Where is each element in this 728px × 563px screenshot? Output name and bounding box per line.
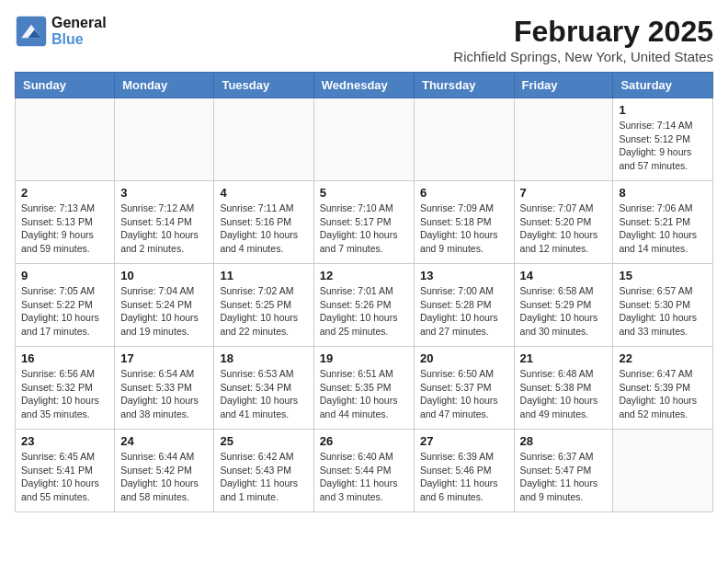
day-info: Sunrise: 7:01 AM Sunset: 5:26 PM Dayligh… — [320, 284, 408, 339]
week-row-1: 1Sunrise: 7:14 AM Sunset: 5:12 PM Daylig… — [16, 98, 713, 181]
day-number: 14 — [520, 269, 608, 282]
day-number: 27 — [420, 434, 508, 448]
calendar-cell: 8Sunrise: 7:06 AM Sunset: 5:21 PM Daylig… — [613, 181, 713, 264]
day-info: Sunrise: 6:44 AM Sunset: 5:42 PM Dayligh… — [120, 450, 208, 504]
day-info: Sunrise: 7:04 AM Sunset: 5:24 PM Dayligh… — [120, 284, 208, 339]
logo-text: General Blue — [51, 15, 107, 48]
day-number: 3 — [120, 186, 208, 200]
day-info: Sunrise: 6:40 AM Sunset: 5:44 PM Dayligh… — [320, 450, 408, 504]
day-info: Sunrise: 6:50 AM Sunset: 5:37 PM Dayligh… — [420, 367, 508, 421]
calendar-cell — [414, 98, 514, 181]
calendar-cell — [313, 98, 414, 181]
day-number: 2 — [21, 186, 108, 200]
calendar-cell — [16, 98, 115, 181]
day-number: 19 — [320, 351, 408, 365]
day-number: 10 — [120, 269, 208, 282]
header-thursday: Thursday — [414, 73, 514, 98]
header-saturday: Saturday — [613, 73, 713, 98]
calendar-cell: 14Sunrise: 6:58 AM Sunset: 5:29 PM Dayli… — [514, 264, 613, 347]
day-info: Sunrise: 7:12 AM Sunset: 5:14 PM Dayligh… — [120, 201, 208, 256]
day-number: 1 — [619, 103, 707, 117]
day-number: 21 — [520, 351, 608, 365]
calendar-cell: 5Sunrise: 7:10 AM Sunset: 5:17 PM Daylig… — [313, 181, 414, 264]
day-info: Sunrise: 6:56 AM Sunset: 5:32 PM Dayligh… — [21, 367, 108, 421]
day-info: Sunrise: 6:45 AM Sunset: 5:41 PM Dayligh… — [21, 450, 108, 504]
calendar-cell: 16Sunrise: 6:56 AM Sunset: 5:32 PM Dayli… — [16, 347, 115, 430]
calendar-cell: 20Sunrise: 6:50 AM Sunset: 5:37 PM Dayli… — [414, 347, 514, 430]
calendar-table: SundayMondayTuesdayWednesdayThursdayFrid… — [15, 72, 713, 512]
calendar-cell — [514, 98, 613, 181]
day-info: Sunrise: 6:39 AM Sunset: 5:46 PM Dayligh… — [420, 450, 508, 504]
day-number: 20 — [420, 351, 508, 365]
calendar-cell: 4Sunrise: 7:11 AM Sunset: 5:16 PM Daylig… — [214, 181, 313, 264]
calendar-cell: 28Sunrise: 6:37 AM Sunset: 5:47 PM Dayli… — [514, 430, 613, 512]
month-title: February 2025 — [453, 15, 713, 49]
calendar-cell: 22Sunrise: 6:47 AM Sunset: 5:39 PM Dayli… — [613, 347, 713, 430]
calendar-cell: 11Sunrise: 7:02 AM Sunset: 5:25 PM Dayli… — [214, 264, 313, 347]
day-info: Sunrise: 6:58 AM Sunset: 5:29 PM Dayligh… — [520, 284, 608, 339]
day-info: Sunrise: 7:02 AM Sunset: 5:25 PM Dayligh… — [220, 284, 307, 339]
day-info: Sunrise: 7:06 AM Sunset: 5:21 PM Dayligh… — [619, 201, 707, 256]
calendar-cell: 2Sunrise: 7:13 AM Sunset: 5:13 PM Daylig… — [16, 181, 115, 264]
day-number: 6 — [420, 186, 508, 200]
day-number: 18 — [220, 351, 307, 365]
header-friday: Friday — [514, 73, 613, 98]
day-info: Sunrise: 6:53 AM Sunset: 5:34 PM Dayligh… — [220, 367, 307, 421]
header-sunday: Sunday — [16, 73, 115, 98]
week-row-2: 2Sunrise: 7:13 AM Sunset: 5:13 PM Daylig… — [16, 181, 713, 264]
day-number: 25 — [220, 434, 307, 448]
calendar-cell — [115, 98, 214, 181]
day-info: Sunrise: 6:47 AM Sunset: 5:39 PM Dayligh… — [619, 367, 707, 421]
header-monday: Monday — [115, 73, 214, 98]
calendar-cell: 6Sunrise: 7:09 AM Sunset: 5:18 PM Daylig… — [414, 181, 514, 264]
day-info: Sunrise: 6:37 AM Sunset: 5:47 PM Dayligh… — [520, 450, 608, 504]
calendar-cell — [613, 430, 713, 512]
day-number: 8 — [619, 186, 707, 200]
calendar-cell: 27Sunrise: 6:39 AM Sunset: 5:46 PM Dayli… — [414, 430, 514, 512]
calendar-cell: 17Sunrise: 6:54 AM Sunset: 5:33 PM Dayli… — [115, 347, 214, 430]
day-number: 5 — [320, 186, 408, 200]
calendar-cell: 1Sunrise: 7:14 AM Sunset: 5:12 PM Daylig… — [613, 98, 713, 181]
logo: General Blue — [15, 15, 107, 48]
calendar-cell: 24Sunrise: 6:44 AM Sunset: 5:42 PM Dayli… — [115, 430, 214, 512]
day-info: Sunrise: 7:10 AM Sunset: 5:17 PM Dayligh… — [320, 201, 408, 256]
title-area: February 2025 Richfield Springs, New Yor… — [453, 15, 713, 64]
day-info: Sunrise: 6:42 AM Sunset: 5:43 PM Dayligh… — [220, 450, 307, 504]
day-number: 12 — [320, 269, 408, 282]
day-number: 23 — [21, 434, 108, 448]
week-row-4: 16Sunrise: 6:56 AM Sunset: 5:32 PM Dayli… — [16, 347, 713, 430]
day-number: 15 — [619, 269, 707, 282]
day-info: Sunrise: 7:09 AM Sunset: 5:18 PM Dayligh… — [420, 201, 508, 256]
calendar-cell — [214, 98, 313, 181]
calendar-cell: 19Sunrise: 6:51 AM Sunset: 5:35 PM Dayli… — [313, 347, 414, 430]
day-number: 7 — [520, 186, 608, 200]
calendar-cell: 7Sunrise: 7:07 AM Sunset: 5:20 PM Daylig… — [514, 181, 613, 264]
calendar-cell: 13Sunrise: 7:00 AM Sunset: 5:28 PM Dayli… — [414, 264, 514, 347]
day-number: 9 — [21, 269, 108, 282]
week-row-5: 23Sunrise: 6:45 AM Sunset: 5:41 PM Dayli… — [16, 430, 713, 512]
day-info: Sunrise: 6:51 AM Sunset: 5:35 PM Dayligh… — [320, 367, 408, 421]
day-number: 24 — [120, 434, 208, 448]
page-header: General Blue February 2025 Richfield Spr… — [15, 15, 713, 64]
day-info: Sunrise: 7:07 AM Sunset: 5:20 PM Dayligh… — [520, 201, 608, 256]
calendar-cell: 23Sunrise: 6:45 AM Sunset: 5:41 PM Dayli… — [16, 430, 115, 512]
day-info: Sunrise: 7:00 AM Sunset: 5:28 PM Dayligh… — [420, 284, 508, 339]
logo-icon — [15, 15, 48, 48]
calendar-cell: 10Sunrise: 7:04 AM Sunset: 5:24 PM Dayli… — [115, 264, 214, 347]
day-number: 13 — [420, 269, 508, 282]
location-title: Richfield Springs, New York, United Stat… — [453, 49, 713, 64]
day-info: Sunrise: 7:05 AM Sunset: 5:22 PM Dayligh… — [21, 284, 108, 339]
day-info: Sunrise: 6:57 AM Sunset: 5:30 PM Dayligh… — [619, 284, 707, 339]
day-number: 28 — [520, 434, 608, 448]
day-info: Sunrise: 7:11 AM Sunset: 5:16 PM Dayligh… — [220, 201, 307, 256]
day-number: 16 — [21, 351, 108, 365]
header-wednesday: Wednesday — [313, 73, 414, 98]
calendar-cell: 25Sunrise: 6:42 AM Sunset: 5:43 PM Dayli… — [214, 430, 313, 512]
day-number: 26 — [320, 434, 408, 448]
calendar-cell: 3Sunrise: 7:12 AM Sunset: 5:14 PM Daylig… — [115, 181, 214, 264]
day-number: 4 — [220, 186, 307, 200]
day-info: Sunrise: 7:14 AM Sunset: 5:12 PM Dayligh… — [619, 119, 707, 173]
day-info: Sunrise: 6:48 AM Sunset: 5:38 PM Dayligh… — [520, 367, 608, 421]
calendar-cell: 9Sunrise: 7:05 AM Sunset: 5:22 PM Daylig… — [16, 264, 115, 347]
calendar-header-row: SundayMondayTuesdayWednesdayThursdayFrid… — [16, 73, 713, 98]
